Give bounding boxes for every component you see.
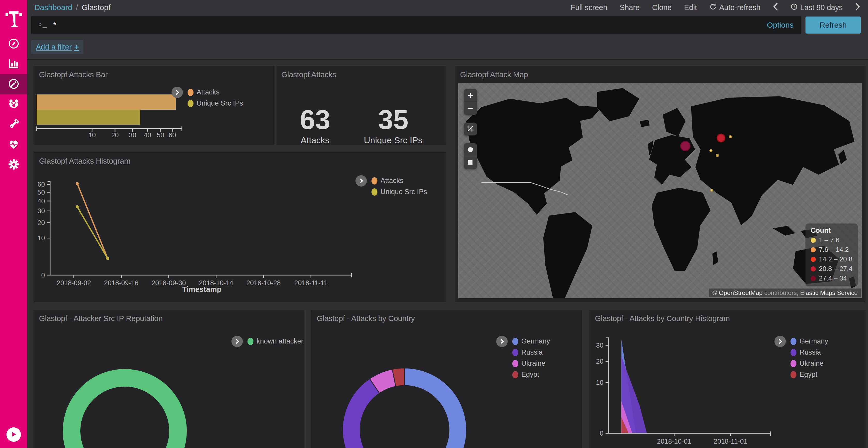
breadcrumb-dashboard-link[interactable]: Dashboard bbox=[34, 3, 72, 12]
legend-item[interactable]: Attacks bbox=[371, 177, 427, 185]
svg-text:10: 10 bbox=[37, 234, 45, 242]
filter-bar: Add a filter+ bbox=[27, 35, 868, 60]
metric-row: 63 Attacks 35 Unique Src IPs bbox=[276, 106, 446, 144]
sidebar-item-dashboard[interactable] bbox=[0, 74, 27, 95]
map-draw-rectangle-button[interactable] bbox=[464, 156, 477, 169]
add-filter-link[interactable]: Add a filter+ bbox=[31, 40, 84, 54]
legend-toggle-icon[interactable] bbox=[774, 336, 786, 347]
auto-refresh-button[interactable]: Auto-refresh bbox=[709, 3, 761, 12]
map-fit-data-button[interactable] bbox=[464, 123, 477, 136]
chevron-right-icon bbox=[855, 3, 860, 12]
legend-label: Russia bbox=[800, 348, 821, 356]
time-forward-button[interactable] bbox=[855, 3, 860, 12]
country-legend: GermanyRussiaUkraineEgypt bbox=[496, 336, 550, 379]
legend-label: Egypt bbox=[800, 371, 817, 379]
svg-text:20: 20 bbox=[37, 219, 45, 227]
legend-item[interactable]: Unique Src IPs bbox=[188, 99, 243, 107]
query-prompt-icon: >_ bbox=[38, 21, 47, 29]
attack-map[interactable]: + − bbox=[458, 83, 862, 298]
svg-text:2018-11-11: 2018-11-11 bbox=[294, 279, 328, 287]
svg-text:30: 30 bbox=[596, 341, 603, 349]
attack-location-dot[interactable] bbox=[716, 154, 719, 157]
legend-label: Attacks bbox=[380, 177, 404, 185]
refresh-cycle-icon bbox=[709, 3, 717, 12]
telekom-logo[interactable] bbox=[5, 9, 22, 28]
search-input[interactable]: >_ * Options bbox=[31, 16, 801, 34]
clone-button[interactable]: Clone bbox=[652, 3, 672, 12]
country-area-chart[interactable]: 01020302018-10-012018-11-01Timestamp bbox=[590, 310, 865, 448]
legend-toggle-icon[interactable] bbox=[496, 336, 507, 347]
legend-toggle-icon[interactable] bbox=[355, 175, 367, 186]
edit-button[interactable]: Edit bbox=[684, 3, 697, 12]
sidebar-nav bbox=[0, 34, 27, 175]
svg-text:50: 50 bbox=[157, 131, 164, 139]
panel-attacks-histogram: Glastopf Attacks Histogram 0102030405060… bbox=[34, 152, 446, 302]
share-button[interactable]: Share bbox=[620, 3, 640, 12]
legend-toggle-icon[interactable] bbox=[231, 336, 243, 347]
attacks-bar-legend: AttacksUnique Src IPs bbox=[172, 87, 243, 107]
legend-item[interactable]: Russia bbox=[790, 348, 828, 356]
map-legend-item: 20.8 – 27.4 bbox=[811, 265, 852, 273]
panel-title: Glastopf - Attacks by Country Histogram bbox=[590, 310, 865, 327]
refresh-button[interactable]: Refresh bbox=[805, 16, 861, 34]
panel-attack-map: Glastopf Attack Map bbox=[455, 66, 865, 302]
map-draw-polygon-button[interactable] bbox=[464, 143, 477, 156]
sidebar-expand-button[interactable] bbox=[6, 427, 21, 442]
sidebar-item-devtools[interactable] bbox=[0, 114, 27, 135]
legend-toggle-icon[interactable] bbox=[172, 87, 183, 98]
sidebar-item-monitoring[interactable] bbox=[0, 135, 27, 155]
svg-text:30: 30 bbox=[37, 207, 45, 215]
breadcrumb-current: Glastopf bbox=[82, 3, 111, 12]
sidebar-item-visualize[interactable] bbox=[0, 54, 27, 74]
svg-text:20: 20 bbox=[111, 131, 119, 139]
svg-text:10: 10 bbox=[596, 379, 603, 386]
legend-item[interactable]: known attacker bbox=[247, 337, 304, 345]
legend-item[interactable]: Unique Src IPs bbox=[371, 188, 427, 196]
wrench-icon bbox=[8, 118, 20, 131]
panel-attacks-bar: Glastopf Attacks Bar 102030405060 Attack… bbox=[34, 66, 274, 144]
legend-item[interactable]: Attacks bbox=[188, 88, 243, 96]
openstreetmap-link[interactable]: © OpenStreetMap bbox=[712, 289, 763, 296]
legend-item[interactable]: Germany bbox=[790, 337, 828, 345]
legend-item[interactable]: Egypt bbox=[512, 371, 550, 379]
sidebar-item-discover[interactable] bbox=[0, 34, 27, 54]
legend-item[interactable]: Germany bbox=[512, 337, 550, 345]
metric-attacks: 63 Attacks bbox=[300, 106, 331, 144]
bear-icon bbox=[8, 98, 20, 111]
svg-text:40: 40 bbox=[144, 131, 151, 139]
sidebar-item-management[interactable] bbox=[0, 155, 27, 175]
time-back-button[interactable] bbox=[773, 3, 778, 12]
legend-item[interactable]: Russia bbox=[512, 348, 550, 356]
attack-location-dot[interactable] bbox=[680, 141, 690, 151]
panel-title: Glastopf Attacks Histogram bbox=[34, 152, 446, 170]
panel-attacks-metric: Glastopf Attacks 63 Attacks 35 Unique Sr… bbox=[276, 66, 446, 144]
legend-item[interactable]: Ukraine bbox=[512, 359, 550, 368]
breadcrumb: Dashboard / Glastopf bbox=[34, 3, 111, 12]
attack-location-dot[interactable] bbox=[709, 149, 712, 152]
legend-label: Egypt bbox=[521, 371, 539, 379]
country-area-legend: GermanyRussiaUkraineEgypt bbox=[774, 336, 828, 379]
crop-icon bbox=[467, 125, 474, 134]
map-zoom-out-button[interactable]: − bbox=[464, 102, 477, 115]
panel-title: Glastopf Attack Map bbox=[455, 66, 865, 83]
attacks-histogram-chart[interactable]: 01020304050602018-09-022018-09-162018-09… bbox=[34, 152, 446, 302]
attack-location-dot[interactable] bbox=[729, 135, 732, 138]
svg-text:50: 50 bbox=[37, 188, 45, 196]
time-range-button[interactable]: Last 90 days bbox=[790, 3, 843, 12]
map-zoom-in-button[interactable]: + bbox=[464, 89, 477, 102]
sidebar-item-tpot[interactable] bbox=[0, 95, 27, 114]
options-link[interactable]: Options bbox=[767, 21, 794, 29]
svg-text:2018-10-14: 2018-10-14 bbox=[199, 279, 233, 287]
svg-text:2018-09-02: 2018-09-02 bbox=[57, 279, 91, 287]
reputation-donut-chart[interactable] bbox=[34, 310, 304, 448]
attack-location-dot[interactable] bbox=[710, 188, 713, 192]
attack-location-dot[interactable] bbox=[717, 134, 725, 142]
country-donut-chart[interactable] bbox=[312, 310, 582, 448]
fullscreen-button[interactable]: Full screen bbox=[571, 3, 607, 12]
legend-item[interactable]: Ukraine bbox=[790, 359, 828, 368]
legend-label: Ukraine bbox=[800, 359, 824, 368]
metric-unique-src-ips: 35 Unique Src IPs bbox=[364, 106, 423, 144]
legend-label: Ukraine bbox=[521, 359, 545, 368]
elastic-maps-service-link[interactable]: Elastic Maps Service bbox=[800, 289, 858, 296]
legend-item[interactable]: Egypt bbox=[790, 371, 828, 379]
